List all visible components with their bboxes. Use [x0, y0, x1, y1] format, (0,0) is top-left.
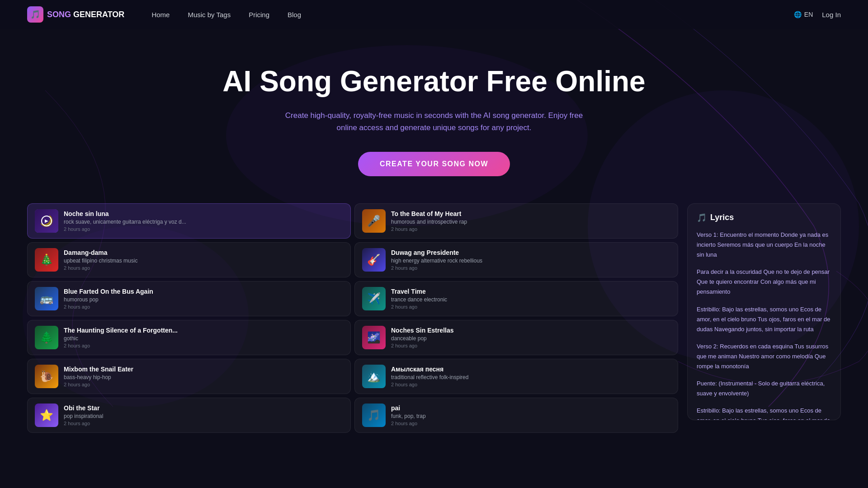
- song-info: Duwag ang Presidente high energy alterna…: [391, 249, 670, 271]
- song-card[interactable]: 🏔️ Амылская песня traditional reflective…: [354, 359, 678, 394]
- song-title: Амылская песня: [391, 366, 670, 373]
- song-time: 2 hours ago: [391, 382, 670, 387]
- lyrics-icon: 🎵: [697, 213, 707, 223]
- lang-label: EN: [804, 11, 813, 18]
- song-card[interactable]: 🌲 The Haunting Silence of a Forgotten...…: [27, 320, 351, 355]
- play-button-icon: ▶: [41, 216, 52, 226]
- song-thumbnail-image: 🎄: [35, 248, 58, 272]
- song-thumbnail-image: 🎵: [362, 404, 386, 427]
- song-genre: pop inspirational: [64, 413, 343, 419]
- song-title: Obi the Star: [64, 404, 343, 412]
- song-thumbnail: 🎸: [362, 248, 386, 272]
- lyrics-paragraph: Puente: (Instrumental - Solo de guitarra…: [697, 379, 831, 399]
- lyrics-paragraph: Verso 2: Recuerdos en cada esquina Tus s…: [697, 342, 831, 371]
- song-title: Noches Sin Estrellas: [391, 327, 670, 334]
- logo-text: SONG GENERATOR: [47, 10, 124, 19]
- song-thumbnail: 🎵: [362, 404, 386, 427]
- song-card[interactable]: 🐌 Mixbom the Snail Eater bass-heavy hip-…: [27, 359, 351, 394]
- song-thumbnail-image: 🐌: [35, 365, 58, 388]
- nav-music-by-tags[interactable]: Music by Tags: [188, 11, 231, 19]
- song-time: 2 hours ago: [64, 343, 343, 348]
- song-card[interactable]: 🎵 pai funk, pop, trap 2 hours ago: [354, 398, 678, 433]
- song-genre: gothic: [64, 335, 343, 342]
- song-thumbnail-image: ✈️: [362, 287, 386, 310]
- song-thumbnail: 🏔️: [362, 365, 386, 388]
- song-time: 2 hours ago: [391, 304, 670, 310]
- nav-pricing[interactable]: Pricing: [249, 11, 269, 19]
- lyrics-paragraph: Estribillo: Bajo las estrellas, somos un…: [697, 406, 831, 420]
- hero-title: AI Song Generator Free Online: [9, 65, 859, 99]
- song-title: pai: [391, 404, 670, 412]
- song-genre: traditional reflective folk-inspired: [391, 374, 670, 380]
- song-genre: funk, pop, trap: [391, 413, 670, 419]
- song-time: 2 hours ago: [64, 304, 343, 310]
- song-info: Noches Sin Estrellas danceable pop 2 hou…: [391, 327, 670, 348]
- song-info: Noche sin luna rock suave, unicamente gu…: [64, 210, 343, 232]
- song-info: Mixbom the Snail Eater bass-heavy hip-ho…: [64, 366, 343, 387]
- song-info: Travel Time trance dance electronic 2 ho…: [391, 288, 670, 310]
- song-title: Blue Farted On the Bus Again: [64, 288, 343, 295]
- song-thumbnail: ⭐: [35, 404, 58, 427]
- song-card[interactable]: 🎸 Duwag ang Presidente high energy alter…: [354, 242, 678, 277]
- song-card[interactable]: 🌙 ▶ Noche sin luna rock suave, unicament…: [27, 203, 351, 239]
- song-thumbnail-image: 🏔️: [362, 365, 386, 388]
- song-time: 2 hours ago: [64, 265, 343, 271]
- song-info: pai funk, pop, trap 2 hours ago: [391, 404, 670, 426]
- song-thumbnail-image: ⭐: [35, 404, 58, 427]
- song-card[interactable]: 🎤 To the Beat of My Heart humorous and i…: [354, 203, 678, 239]
- song-info: To the Beat of My Heart humorous and int…: [391, 210, 670, 232]
- song-card[interactable]: 🌌 Noches Sin Estrellas danceable pop 2 h…: [354, 320, 678, 355]
- lyrics-body: Verso 1: Encuentro el momento Donde ya n…: [697, 230, 831, 420]
- create-song-button[interactable]: CREATE YOUR SONG NOW: [358, 152, 510, 176]
- song-time: 2 hours ago: [391, 343, 670, 348]
- song-card[interactable]: ⭐ Obi the Star pop inspirational 2 hours…: [27, 398, 351, 433]
- song-time: 2 hours ago: [391, 226, 670, 232]
- logo-icon: 🎵: [27, 6, 43, 23]
- song-genre: humorous and introspective rap: [391, 219, 670, 225]
- song-thumbnail: ✈️: [362, 287, 386, 310]
- main-content: 🌙 ▶ Noche sin luna rock suave, unicament…: [0, 194, 868, 442]
- song-title: Noche sin luna: [64, 210, 343, 217]
- lyrics-title: Lyrics: [710, 213, 734, 222]
- song-genre: bass-heavy hip-hop: [64, 374, 343, 380]
- song-thumbnail: 🎄: [35, 248, 58, 272]
- song-title: Damang-dama: [64, 249, 343, 256]
- song-title: Travel Time: [391, 288, 670, 295]
- song-time: 2 hours ago: [64, 226, 343, 232]
- login-button[interactable]: Log In: [822, 11, 841, 19]
- song-genre: humorous pop: [64, 296, 343, 303]
- lyrics-panel: 🎵 Lyrics Verso 1: Encuentro el momento D…: [687, 203, 841, 420]
- song-thumbnail: 🌌: [362, 326, 386, 349]
- lyrics-paragraph: Estribillo: Bajo las estrellas, somos un…: [697, 305, 831, 334]
- nav-home[interactable]: Home: [151, 11, 170, 19]
- song-info: Damang-dama upbeat filipino christmas mu…: [64, 249, 343, 271]
- song-time: 2 hours ago: [391, 265, 670, 271]
- song-thumbnail-image: 🌌: [362, 326, 386, 349]
- song-grid: 🌙 ▶ Noche sin luna rock suave, unicament…: [27, 203, 678, 433]
- lyrics-paragraph: Para decir a la oscuridad Que no te dejo…: [697, 267, 831, 297]
- song-thumbnail: 🐌: [35, 365, 58, 388]
- song-time: 2 hours ago: [391, 421, 670, 426]
- song-time: 2 hours ago: [64, 382, 343, 387]
- lyrics-header: 🎵 Lyrics: [697, 213, 831, 223]
- navbar: 🎵 SONG GENERATOR Home Music by Tags Pric…: [0, 0, 868, 29]
- song-thumbnail: 🌲: [35, 326, 58, 349]
- song-title: The Haunting Silence of a Forgotten...: [64, 327, 343, 334]
- song-thumbnail: 🌙 ▶: [35, 209, 58, 233]
- song-card[interactable]: 🚌 Blue Farted On the Bus Again humorous …: [27, 281, 351, 316]
- song-thumbnail-image: 🎤: [362, 209, 386, 233]
- song-time: 2 hours ago: [64, 421, 343, 426]
- nav-right: 🌐 EN Log In: [794, 11, 841, 19]
- song-info: Obi the Star pop inspirational 2 hours a…: [64, 404, 343, 426]
- nav-blog[interactable]: Blog: [288, 11, 301, 19]
- song-thumbnail: 🚌: [35, 287, 58, 310]
- language-selector[interactable]: 🌐 EN: [794, 11, 813, 18]
- song-card[interactable]: 🎄 Damang-dama upbeat filipino christmas …: [27, 242, 351, 277]
- song-card[interactable]: ✈️ Travel Time trance dance electronic 2…: [354, 281, 678, 316]
- song-title: Duwag ang Presidente: [391, 249, 670, 256]
- nav-logo[interactable]: 🎵 SONG GENERATOR: [27, 6, 124, 23]
- hero-section: AI Song Generator Free Online Create hig…: [0, 29, 868, 194]
- song-thumbnail: 🎤: [362, 209, 386, 233]
- song-info: Blue Farted On the Bus Again humorous po…: [64, 288, 343, 310]
- song-genre: danceable pop: [391, 335, 670, 342]
